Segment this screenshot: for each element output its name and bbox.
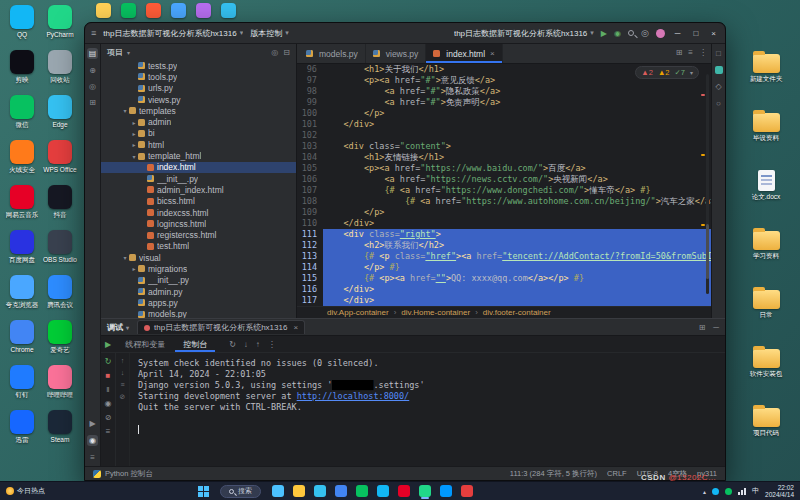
database-toolwindow-icon[interactable]: ◇ xyxy=(715,82,721,91)
more-options-icon[interactable]: ⋮ xyxy=(699,48,707,57)
taskbar-app[interactable] xyxy=(292,484,306,499)
run-button[interactable]: ▶ xyxy=(601,29,607,38)
settings-icon[interactable]: ≡ xyxy=(106,427,111,436)
soft-wrap-icon[interactable]: ≡ xyxy=(120,381,124,388)
editor-tab[interactable]: models.py xyxy=(299,44,366,63)
debug-button[interactable]: ◉ xyxy=(614,29,621,38)
tree-item[interactable]: __init__.py xyxy=(101,173,296,184)
tray-expand-icon[interactable]: ▴ xyxy=(703,488,706,495)
breadcrumb-item[interactable]: div.Home-container xyxy=(401,308,470,317)
run-toolwindow-icon[interactable]: ▶ xyxy=(89,419,95,428)
terminal-toolwindow-icon[interactable]: ≡ xyxy=(90,453,95,462)
breadcrumb-item[interactable]: div.footer-container xyxy=(483,308,551,317)
clock[interactable]: 22:02 2024/4/14 xyxy=(765,484,794,499)
mute-breakpoints-icon[interactable]: ⊘ xyxy=(105,413,112,422)
desktop-shortcut[interactable]: 毕设资料 xyxy=(740,109,792,141)
tree-item[interactable]: ▸migrations xyxy=(101,263,296,274)
desktop-shortcut[interactable]: 学习资料 xyxy=(740,227,792,259)
desktop-shortcut[interactable]: 网易云音乐 xyxy=(4,185,40,218)
desktop-shortcut[interactable]: 夸克浏览器 xyxy=(4,275,40,308)
desktop-shortcut[interactable]: PyCharm xyxy=(42,5,78,38)
main-menu-icon[interactable]: ≡ xyxy=(91,29,96,38)
taskbar-app[interactable] xyxy=(439,484,453,499)
desktop-shortcut[interactable]: 腾讯会议 xyxy=(42,275,78,308)
maximize-button[interactable]: □ xyxy=(690,29,701,38)
editor-list-icon[interactable]: ≡ xyxy=(688,48,693,57)
project-widget[interactable]: thp日志数据新可视化分析系统hx1316 ▾ xyxy=(103,28,243,39)
taskbar-app[interactable] xyxy=(418,484,432,499)
desktop-shortcut[interactable]: 项目代码 xyxy=(740,404,792,436)
desktop-shortcut[interactable]: 剪映 xyxy=(4,50,40,83)
tree-item[interactable]: registercss.html xyxy=(101,229,296,240)
start-button[interactable] xyxy=(193,486,214,497)
vcs-widget[interactable]: 版本控制 ▾ xyxy=(250,28,289,39)
debug-session-tab[interactable]: thp日志数据新可视化分析系统hx1316 × xyxy=(137,320,305,334)
desktop-shortcut[interactable]: WPS Office xyxy=(42,140,78,173)
debug-toolwindow-icon[interactable]: ◉ xyxy=(87,435,98,446)
run-config-selector[interactable]: thp日志数据新可视化分析系统hx1316 ▾ xyxy=(454,28,594,39)
layout-settings-icon[interactable]: ⊞ xyxy=(699,323,706,332)
ai-assistant-icon[interactable] xyxy=(715,66,723,74)
select-opened-file-icon[interactable]: ◎ xyxy=(271,48,278,57)
clear-console-icon[interactable]: ⊘ xyxy=(120,393,126,401)
tree-item[interactable]: ▾template_html xyxy=(101,150,296,161)
desktop-shortcut[interactable]: 抖音 xyxy=(42,185,78,218)
desktop-shortcut[interactable]: 微信 xyxy=(4,95,40,128)
tree-item[interactable]: urls.py xyxy=(101,83,296,94)
find-toolwindow-icon[interactable]: ◎ xyxy=(89,82,96,91)
desktop-shortcut[interactable]: Edge xyxy=(42,95,78,128)
minimize-button[interactable]: ─ xyxy=(672,29,684,38)
step-out-icon[interactable]: ↑ xyxy=(256,340,260,349)
collapse-all-icon[interactable]: ⊟ xyxy=(283,48,290,57)
step-into-icon[interactable]: ↓ xyxy=(244,340,248,349)
tree-item[interactable]: ▸admin xyxy=(101,116,296,127)
tree-item[interactable]: views.py xyxy=(101,94,296,105)
breadcrumb-item[interactable]: div.App-container xyxy=(327,308,389,317)
inspection-widget[interactable]: ▲2▲2✓7▾ xyxy=(635,66,699,79)
desktop-shortcut[interactable]: 迅雷 xyxy=(4,410,40,443)
desktop-shortcut[interactable] xyxy=(171,3,186,18)
notifications-icon[interactable]: □ xyxy=(716,49,721,58)
tree-item[interactable]: admin_index.html xyxy=(101,184,296,195)
editor-scrollbar[interactable] xyxy=(706,74,709,294)
status-item[interactable]: CRLF xyxy=(607,469,627,479)
input-language-indicator[interactable]: 中 xyxy=(752,486,759,496)
code-editor-area[interactable]: 96 <h1>关于我们</h1>97 <p><a href="#">意见反馈</… xyxy=(297,64,711,306)
desktop-shortcut[interactable] xyxy=(196,3,211,18)
tree-item[interactable]: index.html xyxy=(101,162,296,173)
desktop-shortcut[interactable]: 日常 xyxy=(740,286,792,318)
rerun-icon[interactable]: ↻ xyxy=(105,357,112,366)
tree-item[interactable]: admin.py xyxy=(101,286,296,297)
taskbar-app[interactable] xyxy=(313,484,327,499)
desktop-shortcut[interactable]: 论文.docx xyxy=(740,168,792,200)
taskbar-search[interactable]: 搜索 xyxy=(220,485,261,498)
tree-item[interactable]: indexcss.html xyxy=(101,207,296,218)
status-item[interactable]: 111:3 (284 字符, 5 换行符) xyxy=(510,469,597,479)
pause-icon[interactable]: ‖ xyxy=(106,385,109,394)
desktop-shortcut[interactable]: 爱奇艺 xyxy=(42,320,78,353)
debug-tab[interactable]: 控制台 xyxy=(175,337,215,352)
desktop-shortcut[interactable]: 钉钉 xyxy=(4,365,40,398)
close-button[interactable]: × xyxy=(708,29,719,38)
taskbar-app[interactable] xyxy=(355,484,369,499)
desktop-shortcut[interactable] xyxy=(221,3,236,18)
tree-item[interactable]: models.py xyxy=(101,309,296,318)
stop-icon[interactable]: ■ xyxy=(106,371,111,380)
tree-item[interactable]: bicss.html xyxy=(101,196,296,207)
tree-item[interactable]: ▸bi xyxy=(101,128,296,139)
desktop-shortcut[interactable]: QQ xyxy=(4,5,40,38)
step-over-icon[interactable]: ↻ xyxy=(229,340,236,349)
wechat-tray-icon[interactable] xyxy=(725,488,732,495)
tree-item[interactable]: ▾templates xyxy=(101,105,296,116)
chevron-down-icon[interactable]: ▾ xyxy=(690,69,693,76)
desktop-shortcut[interactable]: 回收站 xyxy=(42,50,78,83)
editor-tab[interactable]: index.html× xyxy=(426,44,502,63)
desktop-shortcut[interactable]: 百度网盘 xyxy=(4,230,40,263)
resume-program-icon[interactable]: ▶ xyxy=(105,340,111,349)
desktop-shortcut[interactable]: 火绒安全 xyxy=(4,140,40,173)
console-output[interactable]: System check identified no issues (0 sil… xyxy=(130,353,725,466)
more-options-icon[interactable]: ⋮ xyxy=(268,340,276,349)
view-breakpoints-icon[interactable]: ◉ xyxy=(105,399,112,408)
project-tree-list[interactable]: tests.pytools.pyurls.pyviews.py▾template… xyxy=(101,60,296,318)
project-toolwindow-icon[interactable]: ▤ xyxy=(87,48,99,59)
